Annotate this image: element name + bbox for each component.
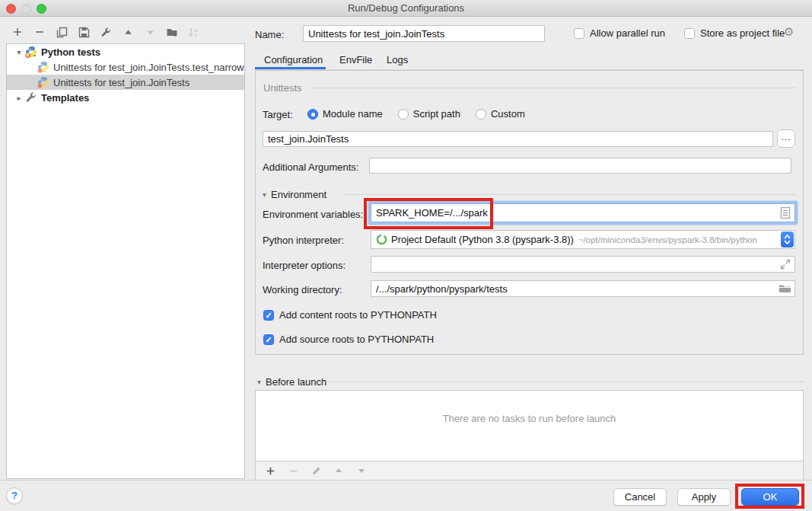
move-down-button[interactable] [143,25,157,39]
tab-logs[interactable]: Logs [387,54,408,65]
radio-unselected-icon[interactable] [476,109,486,120]
name-label: Name: [255,29,284,40]
interpreter-options-label: Interpreter options: [263,260,345,271]
group-title: Unittests [263,82,302,94]
title-bar: Run/Debug Configurations [0,0,812,17]
edit-templates-button[interactable] [99,25,113,39]
store-as-project-file-checkbox[interactable]: Store as project file [684,27,785,39]
new-folder-icon [166,27,178,38]
footer-separator [0,480,812,481]
group-title-rule [312,88,796,88]
tree-item-test-narrow[interactable]: Unittests for test_join.JoinTests.test_n… [7,59,244,75]
environment-variables-label: Environment variables: [263,209,363,220]
checkbox-unchecked-icon[interactable] [574,28,584,39]
chevron-right-icon[interactable]: ▸ [13,94,25,102]
window-title: Run/Debug Configurations [0,2,812,14]
new-folder-button[interactable] [165,25,179,39]
plus-icon [12,27,23,37]
radio-selected-icon[interactable] [307,109,318,120]
chevron-down-icon[interactable]: ▾ [13,48,25,56]
checkbox-unchecked-icon[interactable] [684,28,695,39]
save-configuration-button[interactable] [77,25,91,39]
combo-stepper-icon[interactable] [781,232,794,248]
gear-icon[interactable]: ⚙ [784,25,794,39]
configurations-tree: ▾ Python tests Unittests for test_join.J… [6,43,245,479]
checkbox-checked-icon[interactable]: ✓ [263,334,274,345]
edit-task-button[interactable] [309,464,323,477]
target-label: Target: [263,109,293,120]
tree-item-python-tests[interactable]: ▾ Python tests [7,44,244,59]
tree-item-label: Python tests [41,46,100,58]
sort-configurations-button[interactable]: az [187,25,201,39]
before-launch-task-list [255,390,804,461]
remove-task-button[interactable] [286,464,300,477]
run-debug-configurations-dialog: Run/Debug Configurations az ▾ [0,0,812,511]
ok-button[interactable]: OK [741,488,799,506]
add-source-roots-checkbox[interactable]: ✓ Add source roots to PYTHONPATH [263,334,434,345]
arrow-up-icon [334,466,343,475]
move-task-down-button[interactable] [355,464,368,477]
arrow-down-icon [145,27,155,37]
target-custom-option[interactable]: Custom [491,108,525,120]
folder-icon[interactable] [779,283,791,294]
expand-field-icon[interactable] [780,259,791,270]
allow-parallel-run-label: Allow parallel run [590,27,665,39]
name-input[interactable] [303,25,545,42]
radio-unselected-icon[interactable] [398,109,409,120]
copy-configuration-button[interactable] [55,25,68,39]
environment-variables-input[interactable] [371,203,795,222]
interpreter-options-input[interactable] [371,256,795,273]
help-button[interactable]: ? [6,487,23,504]
arrow-down-icon [357,466,366,475]
chevron-down-icon[interactable]: ▾ [257,378,261,386]
sort-az-icon: az [188,27,200,38]
additional-arguments-input[interactable] [369,158,791,174]
before-launch-section-header[interactable]: ▾ Before launch [257,376,326,388]
before-launch-empty-text: There are no tasks to run before launch [255,413,804,424]
python-test-icon [37,76,49,88]
tab-configuration[interactable]: Configuration [264,54,323,65]
cancel-button[interactable]: Cancel [613,488,667,506]
target-script-path-option[interactable]: Script path [413,108,460,120]
environment-section-header[interactable]: ▾ Environment [263,189,326,200]
environment-header-label: Environment [271,189,326,200]
add-configuration-button[interactable] [11,25,24,39]
before-launch-header-label: Before launch [266,376,326,388]
interpreter-path: ~/opt/miniconda3/envs/pyspark-3.8/bin/py… [578,235,757,244]
tree-item-label: Templates [41,92,89,104]
tree-item-label: Unittests for test_join.JoinTests.test_n… [53,62,244,73]
move-task-up-button[interactable] [332,464,345,477]
add-content-roots-label: Add content roots to PYTHONPATH [279,309,437,321]
python-icon [25,46,37,58]
minus-icon [34,27,45,37]
target-module-name-option[interactable]: Module name [323,108,383,120]
checkbox-checked-icon[interactable]: ✓ [263,310,274,321]
target-radio-group: Module name Script path Custom [307,108,536,120]
add-task-button[interactable] [263,464,277,477]
add-content-roots-checkbox[interactable]: ✓ Add content roots to PYTHONPATH [263,309,437,321]
python-interpreter-select[interactable]: Project Default (Python 3.8 (pyspark-3.8… [371,230,795,249]
wrench-icon [100,27,112,38]
apply-button[interactable]: Apply [677,488,731,506]
wrench-icon [25,91,37,104]
svg-text:a: a [195,27,198,32]
tree-item-templates[interactable]: ▸ Templates [7,90,244,105]
tree-item-label: Unittests for test_join.JoinTests [53,77,189,88]
browse-env-variables-icon[interactable] [779,206,791,219]
remove-configuration-button[interactable] [33,25,46,39]
interpreter-value: Project Default (Python 3.8 (pyspark-3.8… [391,234,574,245]
save-icon [78,27,90,38]
target-input[interactable] [263,131,773,147]
browse-target-button[interactable]: ... [777,129,795,148]
plus-icon [266,466,275,476]
pencil-icon [311,466,321,476]
store-as-project-file-label: Store as project file [700,27,785,39]
python-interpreter-label: Python interpreter: [263,235,344,246]
python-test-icon [37,61,49,73]
chevron-down-icon[interactable]: ▾ [263,190,266,199]
move-up-button[interactable] [121,25,135,39]
tab-envfile[interactable]: EnvFile [339,54,372,65]
tree-item-jointests-selected[interactable]: Unittests for test_join.JoinTests [7,75,244,90]
working-directory-input[interactable] [371,280,795,297]
allow-parallel-run-checkbox[interactable]: Allow parallel run [574,27,665,39]
